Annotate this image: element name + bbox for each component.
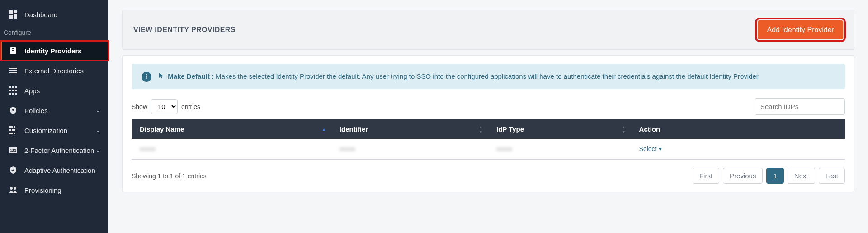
pagination: First Previous 1 Next Last (693, 168, 845, 184)
chevron-down-icon: ⌄ (96, 147, 100, 153)
sidebar-item-label: Identity Providers (24, 47, 82, 55)
sidebar-item-identity-providers[interactable]: Identity Providers (0, 41, 108, 61)
panel-body: i Make Default : Makes the selected Iden… (122, 55, 854, 192)
sidebar-item-label: Apps (24, 87, 40, 95)
svg-point-28 (10, 187, 13, 190)
page-previous[interactable]: Previous (723, 168, 763, 184)
page-size-select[interactable]: 10 (151, 99, 178, 114)
svg-rect-13 (9, 90, 11, 91)
page-number-1[interactable]: 1 (766, 168, 783, 184)
main-content: VIEW IDENTITY PROVIDERS Add Identity Pro… (108, 0, 868, 233)
svg-rect-5 (12, 48, 14, 49)
page-next[interactable]: Next (788, 168, 815, 184)
sidebar-item-2fa[interactable]: 123 2-Factor Authentication ⌄ (0, 140, 108, 160)
sidebar-item-label: 2-Factor Authentication (24, 147, 94, 154)
svg-rect-22 (9, 129, 11, 131)
table-controls: Show 10 entries (132, 98, 845, 115)
sidebar-item-external-directories[interactable]: External Directories (0, 61, 108, 81)
sidebar-item-label: Customization (24, 127, 67, 134)
sidebar-item-apps[interactable]: Apps (0, 81, 108, 100)
svg-rect-24 (9, 133, 13, 134)
customization-icon (8, 125, 18, 135)
chevron-down-icon: ⌄ (96, 107, 100, 114)
info-body: Makes the selected Identity Provider the… (216, 72, 760, 80)
svg-rect-10 (9, 86, 11, 88)
column-identifier[interactable]: Identifier ▲▼ (331, 119, 488, 139)
svg-rect-16 (9, 93, 11, 95)
sidebar-section-configure: Configure (0, 24, 108, 41)
sort-icon: ▲▼ (479, 124, 483, 134)
svg-rect-17 (12, 93, 14, 95)
svg-rect-11 (12, 86, 14, 88)
svg-rect-20 (9, 126, 13, 128)
svg-rect-23 (12, 129, 15, 131)
svg-rect-7 (9, 68, 17, 69)
sidebar-item-label: Dashboard (24, 11, 57, 19)
sort-icon: ▲▼ (622, 124, 626, 134)
show-label-prefix: Show (132, 103, 147, 110)
svg-rect-15 (15, 90, 17, 91)
info-text: Make Default : Makes the selected Identi… (159, 71, 760, 81)
column-idp-type[interactable]: IdP Type ▲▼ (488, 119, 631, 139)
dashboard-icon (8, 10, 18, 19)
column-action: Action (631, 119, 845, 139)
table-footer: Showing 1 to 1 of 1 entries First Previo… (132, 168, 845, 184)
svg-rect-25 (14, 133, 15, 134)
add-identity-provider-button[interactable]: Add Identity Provider (758, 20, 843, 39)
identity-icon (8, 46, 18, 56)
info-icon: i (142, 72, 151, 82)
row-action-select[interactable]: Select ▾ (639, 145, 662, 152)
svg-rect-2 (14, 14, 17, 19)
sidebar-item-policies[interactable]: Policies ⌄ (0, 100, 108, 120)
sidebar-item-label: Policies (24, 107, 48, 114)
cell-identifier: xxxxx (340, 145, 355, 152)
page-first[interactable]: First (693, 168, 719, 184)
svg-rect-18 (15, 93, 17, 95)
sidebar-item-adaptive-auth[interactable]: Adaptive Authentication (0, 160, 108, 180)
svg-rect-9 (9, 72, 17, 73)
svg-rect-14 (12, 90, 14, 91)
sidebar: Dashboard Configure Identity Providers E… (0, 0, 108, 233)
svg-rect-12 (15, 86, 17, 88)
cell-display-name: xxxxx (140, 145, 156, 152)
cursor-icon (159, 72, 166, 80)
cell-idp-type: xxxxx (496, 145, 512, 152)
svg-point-19 (12, 109, 14, 111)
svg-text:123: 123 (10, 148, 16, 152)
directories-icon (8, 66, 18, 76)
adaptive-icon (8, 165, 18, 175)
policies-icon (8, 105, 18, 115)
sidebar-item-customization[interactable]: Customization ⌄ (0, 120, 108, 140)
search-input[interactable] (755, 98, 845, 115)
provisioning-icon (8, 185, 18, 195)
apps-icon (8, 86, 18, 95)
show-label-suffix: entries (181, 103, 200, 110)
svg-point-29 (14, 187, 16, 190)
sidebar-item-provisioning[interactable]: Provisioning (0, 180, 108, 200)
panel-header: VIEW IDENTITY PROVIDERS Add Identity Pro… (122, 10, 854, 50)
svg-rect-21 (14, 126, 15, 128)
column-display-name[interactable]: Display Name ▲ (132, 119, 331, 139)
table-row: xxxxx xxxxx xxxxx Select ▾ (132, 139, 845, 159)
svg-rect-1 (14, 10, 17, 13)
page-last[interactable]: Last (819, 168, 845, 184)
page-title: VIEW IDENTITY PROVIDERS (133, 26, 236, 34)
info-lead: Make Default : (168, 72, 214, 80)
svg-rect-6 (12, 50, 14, 51)
sidebar-item-dashboard[interactable]: Dashboard (0, 5, 108, 24)
page-size-control: Show 10 entries (132, 99, 200, 114)
sidebar-item-label: Provisioning (24, 186, 61, 194)
svg-rect-8 (9, 70, 17, 71)
sidebar-item-label: Adaptive Authentication (24, 166, 95, 174)
caret-down-icon: ▾ (659, 145, 662, 152)
idp-table: Display Name ▲ Identifier ▲▼ IdP Type ▲▼… (132, 119, 845, 160)
make-default-info: i Make Default : Makes the selected Iden… (132, 64, 845, 89)
sort-icon: ▲ (322, 127, 326, 132)
svg-rect-0 (9, 10, 13, 14)
twofa-icon: 123 (8, 145, 18, 155)
sidebar-item-label: External Directories (24, 67, 84, 75)
chevron-down-icon: ⌄ (96, 127, 100, 133)
svg-rect-3 (9, 15, 13, 19)
table-summary: Showing 1 to 1 of 1 entries (132, 172, 207, 180)
